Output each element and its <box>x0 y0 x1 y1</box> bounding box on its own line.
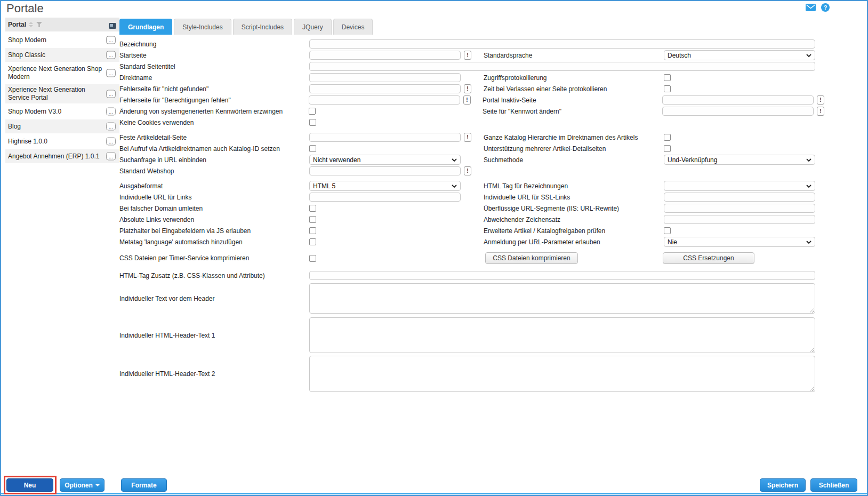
css-timer-service-checkbox[interactable] <box>309 255 316 262</box>
css-ersetzungen-button[interactable]: CSS Ersetzungen <box>663 252 754 264</box>
anmeldung-url-parameter-select[interactable]: Nie <box>664 237 815 247</box>
seite-kennwort-aendern-input[interactable] <box>662 107 814 116</box>
css-komprimieren-button[interactable]: CSS Dateien komprimieren <box>485 252 578 264</box>
schliessen-button[interactable]: Schließen <box>810 478 857 492</box>
unterstuetzung-detailseiten-checkbox[interactable] <box>664 145 671 152</box>
select-value: HTML 5 <box>313 182 335 190</box>
metatag-language-checkbox[interactable] <box>309 238 316 245</box>
zeichensatz-input[interactable] <box>664 215 815 224</box>
chevron-down-icon <box>452 158 457 162</box>
list-item-label: Highrise 1.0.0 <box>8 138 47 146</box>
html-header-text-1-textarea[interactable] <box>309 317 815 353</box>
url-ssl-links-input[interactable] <box>664 193 815 202</box>
ganze-katalog-hierarchie-checkbox[interactable] <box>664 134 671 141</box>
optionen-button[interactable]: Optionen <box>60 478 105 492</box>
kennwoerter-erzwingen-checkbox[interactable] <box>309 108 316 115</box>
fehlerseite-nicht-gefunden-input[interactable] <box>309 84 461 93</box>
katalog-id-setzen-checkbox[interactable] <box>309 145 316 152</box>
list-item[interactable]: Blog ... <box>5 119 119 133</box>
svg-text:?: ? <box>824 4 827 11</box>
keine-cookies-checkbox[interactable] <box>309 119 316 126</box>
bezeichnung-input[interactable] <box>309 39 815 49</box>
formate-button[interactable]: Formate <box>121 478 167 492</box>
html-tag-zusatz-input[interactable] <box>309 271 815 280</box>
fehlerseite-berechtigungen-warn-button[interactable]: ! <box>463 95 471 105</box>
mail-icon[interactable] <box>806 4 816 13</box>
sort-icon[interactable] <box>29 22 33 27</box>
chevron-down-icon <box>452 185 457 188</box>
url-segmente-input[interactable] <box>664 204 815 213</box>
tab-script-includes[interactable]: Script-Includes <box>233 19 292 35</box>
item-menu-button[interactable]: ... <box>106 123 116 131</box>
item-menu-button[interactable]: ... <box>106 138 116 146</box>
portal-list-header[interactable]: Portal <box>5 18 119 31</box>
falsche-domain-checkbox[interactable] <box>309 205 316 212</box>
tab-devices[interactable]: Devices <box>333 19 373 35</box>
item-menu-button[interactable]: ... <box>106 108 116 116</box>
absolute-links-checkbox[interactable] <box>309 216 316 223</box>
portal-inaktiv-seite-warn-button[interactable]: ! <box>817 95 824 105</box>
html-header-text-2-textarea[interactable] <box>309 356 815 392</box>
field-label: Keine Cookies verwenden <box>119 119 309 126</box>
list-item[interactable]: Xperience Next Generation Service Portal… <box>5 84 119 103</box>
speichern-button[interactable]: Speichern <box>760 478 806 492</box>
list-item[interactable]: Shop Modern V3.0 ... <box>5 105 119 118</box>
suchanfrage-url-select[interactable]: Nicht verwenden <box>309 155 461 165</box>
freigaben-pruefen-checkbox[interactable] <box>664 227 671 234</box>
platzhalter-js-checkbox[interactable] <box>309 227 316 234</box>
field-label: Bei falscher Domain umleiten <box>119 205 309 212</box>
field-label: CSS Dateien per Timer-Service komprimier… <box>119 254 309 262</box>
standard-webshop-input[interactable] <box>309 166 461 175</box>
feste-artikeldetail-warn-button[interactable]: ! <box>464 133 471 142</box>
fehlerseite-berechtigungen-input[interactable] <box>309 95 460 105</box>
list-item-label: Shop Modern V3.0 <box>8 108 61 116</box>
item-menu-button[interactable]: ... <box>106 90 116 98</box>
optionen-label: Optionen <box>65 482 93 489</box>
startseite-input[interactable] <box>309 51 461 60</box>
field-label: Standardsprache <box>484 52 664 59</box>
item-menu-button[interactable]: ... <box>106 36 116 44</box>
tab-bar: Grundlagen Style-Includes Script-Include… <box>119 19 373 35</box>
url-links-input[interactable] <box>309 193 461 202</box>
standard-seitentitel-input[interactable] <box>309 62 815 71</box>
fehlerseite-nicht-gefunden-warn-button[interactable]: ! <box>464 84 471 93</box>
direktname-input[interactable] <box>309 73 461 82</box>
list-item[interactable]: Shop Classic ... <box>5 48 119 62</box>
list-item-label: Shop Modern <box>8 36 46 44</box>
html-tag-bezeichnungen-select[interactable] <box>664 181 815 191</box>
field-label: Erweiterte Artikel / Katalogfreigaben pr… <box>484 227 664 235</box>
seite-kennwort-aendern-warn-button[interactable]: ! <box>817 107 824 116</box>
zeit-bei-verlassen-checkbox[interactable] <box>664 85 671 92</box>
item-menu-button[interactable]: ... <box>106 153 116 161</box>
tab-jquery[interactable]: JQuery <box>294 19 332 35</box>
field-label: Absolute Links verwenden <box>119 216 309 223</box>
tab-style-includes[interactable]: Style-Includes <box>174 19 231 35</box>
tab-grundlagen[interactable]: Grundlagen <box>119 19 172 35</box>
text-vor-header-textarea[interactable] <box>309 283 815 314</box>
field-label: Ausgabeformat <box>119 182 309 190</box>
field-label: Zugriffsprotokollierung <box>484 74 664 82</box>
feste-artikeldetail-seite-input[interactable] <box>309 133 461 142</box>
standardsprache-select[interactable]: Deutsch <box>664 50 815 60</box>
filter-icon[interactable] <box>36 22 42 27</box>
portal-column-header[interactable]: Portal <box>8 21 26 28</box>
standard-webshop-warn-button[interactable]: ! <box>464 166 471 175</box>
help-icon[interactable]: ? <box>821 3 830 14</box>
list-item[interactable]: Angebot Annehmen (ERP) 1.0.1 ... <box>5 149 119 163</box>
list-item[interactable]: Xperience Next Generation Shop Modern ..… <box>5 63 119 83</box>
field-label: HTML Tag für Bezeichnungen <box>484 182 664 190</box>
field-label: Fehlerseite für "Berechtigungen fehlen" <box>119 97 309 104</box>
suchmethode-select[interactable]: Und-Verknüpfung <box>664 155 815 165</box>
neu-button[interactable]: Neu <box>6 478 53 492</box>
portal-inaktiv-seite-input[interactable] <box>662 95 814 105</box>
item-menu-button[interactable]: ... <box>106 51 116 59</box>
list-item[interactable]: Shop Modern ... <box>5 33 119 47</box>
startseite-warn-button[interactable]: ! <box>464 51 471 60</box>
display-icon[interactable] <box>109 21 116 31</box>
field-label: Bei Aufruf via Artikeldirektnamen auch K… <box>119 145 309 153</box>
ausgabeformat-select[interactable]: HTML 5 <box>309 181 461 191</box>
portale-window: Portale ? Portal Shop Modern ... Shop Cl… <box>0 0 868 496</box>
list-item[interactable]: Highrise 1.0.0 ... <box>5 134 119 148</box>
item-menu-button[interactable]: ... <box>106 69 116 77</box>
zugriffsprotokollierung-checkbox[interactable] <box>664 74 671 81</box>
